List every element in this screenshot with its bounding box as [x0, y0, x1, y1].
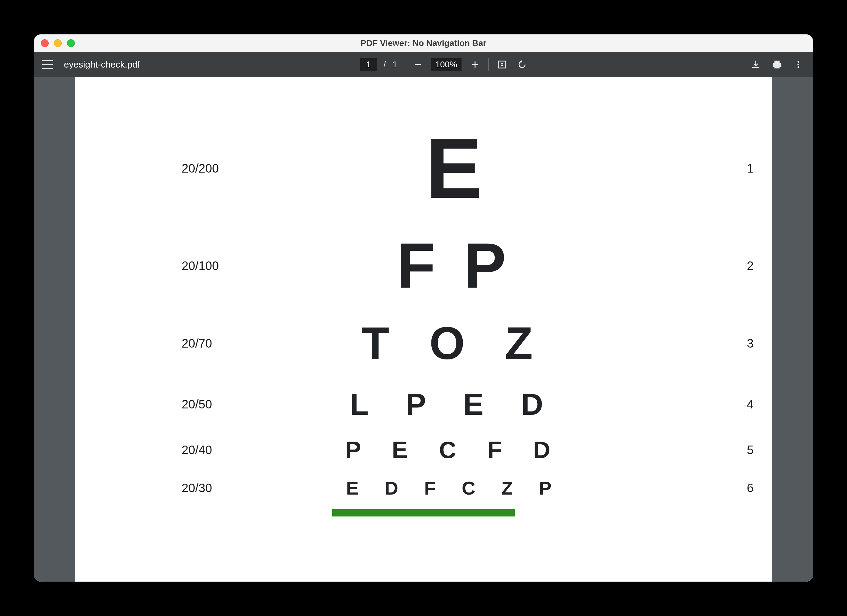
- acuity-label: 20/50: [75, 397, 203, 411]
- acuity-label: 20/70: [75, 337, 203, 350]
- eye-chart-row: 20/30 E D F C Z P 6: [75, 470, 772, 506]
- svg-point-6: [797, 66, 799, 68]
- line-number-label: 4: [705, 397, 772, 411]
- toolbar-left: eyesight-check.pdf: [42, 59, 140, 70]
- page-total-label: 1: [393, 60, 397, 69]
- fit-page-icon: [497, 59, 507, 70]
- window-maximize-button[interactable]: [67, 39, 75, 47]
- toolbar-center: / 1: [140, 58, 749, 71]
- titlebar: PDF Viewer: No Navigation Bar: [34, 34, 813, 52]
- eye-chart-letters: P E C F D: [203, 436, 705, 464]
- acuity-label: 20/100: [75, 259, 203, 273]
- pdf-toolbar: eyesight-check.pdf / 1: [34, 52, 813, 77]
- eye-chart-letters: T O Z: [203, 317, 705, 370]
- eye-chart-letters: E: [203, 120, 705, 217]
- download-button[interactable]: [749, 58, 763, 71]
- acuity-label: 20/30: [75, 481, 203, 495]
- eye-chart-row: 20/200 E 1: [75, 114, 772, 223]
- eye-chart-letters: E D F C Z P: [203, 477, 705, 499]
- app-window: PDF Viewer: No Navigation Bar eyesight-c…: [34, 34, 813, 582]
- eye-chart-row: 20/40 P E C F D 5: [75, 430, 772, 470]
- rotate-icon: [517, 59, 527, 70]
- print-button[interactable]: [770, 58, 784, 71]
- svg-rect-0: [415, 64, 421, 65]
- acuity-label: 20/200: [75, 162, 203, 175]
- svg-point-5: [797, 64, 799, 65]
- green-underline-bar: [332, 509, 515, 517]
- menu-icon[interactable]: [42, 60, 53, 69]
- window-close-button[interactable]: [41, 39, 49, 47]
- more-vertical-icon: [794, 60, 803, 69]
- eye-chart-row: 20/100 F P 2: [75, 223, 772, 308]
- filename-label: eyesight-check.pdf: [64, 59, 140, 70]
- window-minimize-button[interactable]: [54, 39, 62, 47]
- minus-icon: [413, 60, 422, 69]
- pdf-page: 20/200 E 1 20/100 F P 2 20/70 T O Z 3 20…: [75, 77, 772, 582]
- toolbar-divider: [404, 58, 404, 71]
- line-number-label: 3: [705, 337, 772, 350]
- more-options-button[interactable]: [792, 58, 805, 71]
- line-number-label: 2: [705, 259, 772, 273]
- print-icon: [772, 59, 782, 70]
- zoom-in-button[interactable]: [468, 58, 482, 71]
- svg-rect-2: [475, 62, 475, 68]
- plus-icon: [470, 60, 480, 69]
- zoom-level-input[interactable]: [431, 58, 462, 71]
- eye-chart-letters: F P: [203, 229, 705, 303]
- traffic-lights: [41, 39, 75, 47]
- page-separator: /: [383, 60, 386, 69]
- line-number-label: 5: [705, 443, 772, 457]
- viewer-background[interactable]: 20/200 E 1 20/100 F P 2 20/70 T O Z 3 20…: [34, 77, 813, 582]
- toolbar-right: [749, 58, 805, 71]
- svg-point-4: [797, 61, 799, 63]
- fit-to-page-button[interactable]: [495, 58, 509, 71]
- line-number-label: 1: [705, 162, 772, 175]
- zoom-out-button[interactable]: [411, 58, 424, 71]
- eye-chart-row: 20/70 T O Z 3: [75, 308, 772, 378]
- line-number-label: 6: [705, 481, 772, 495]
- eye-chart-row: 20/50 L P E D 4: [75, 378, 772, 430]
- eye-chart-letters: L P E D: [203, 387, 705, 422]
- acuity-label: 20/40: [75, 443, 203, 457]
- rotate-button[interactable]: [515, 58, 529, 71]
- window-title: PDF Viewer: No Navigation Bar: [34, 38, 813, 48]
- download-icon: [751, 59, 761, 70]
- page-number-input[interactable]: [360, 58, 377, 71]
